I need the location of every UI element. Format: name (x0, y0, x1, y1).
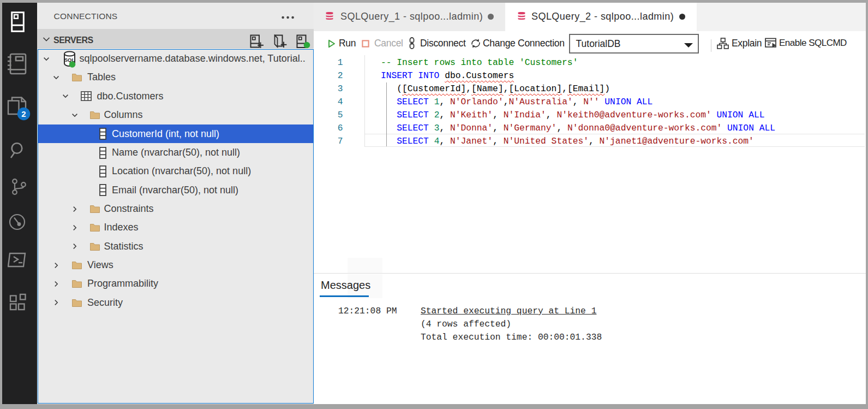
svg-text:2: 2 (21, 109, 26, 118)
